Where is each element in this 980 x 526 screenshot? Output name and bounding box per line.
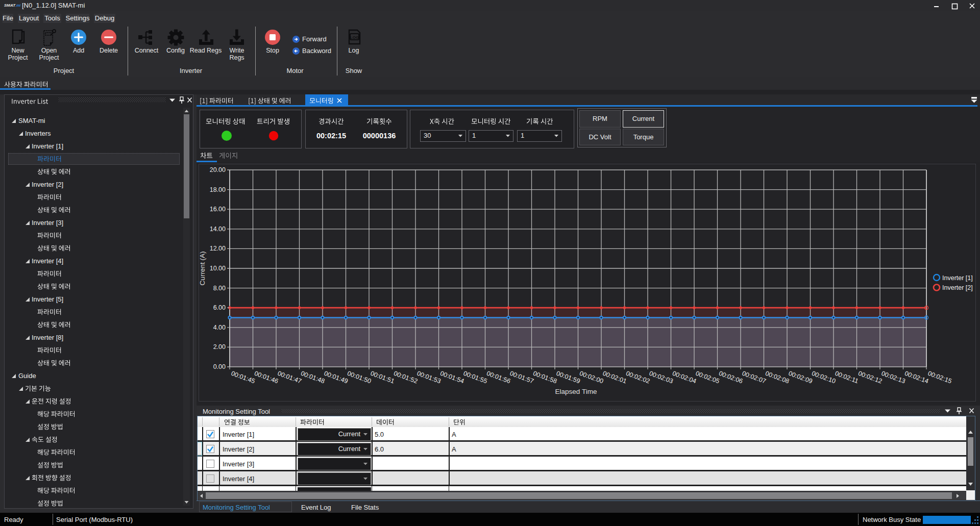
svg-text:Elapsed Time: Elapsed Time	[555, 388, 597, 395]
svg-text:LOG: LOG	[350, 35, 359, 40]
svg-text:00:01:47: 00:01:47	[277, 370, 303, 385]
svg-text:00:01:51: 00:01:51	[370, 370, 396, 385]
svg-text:00:02:14: 00:02:14	[903, 370, 929, 385]
svg-text:00:01:54: 00:01:54	[439, 370, 465, 385]
svg-text:00:02:12: 00:02:12	[857, 370, 883, 385]
svg-text:00:02:01: 00:02:01	[602, 370, 628, 385]
svg-text:Inverter [2]: Inverter [2]	[942, 284, 973, 291]
svg-text:00:01:46: 00:01:46	[253, 370, 279, 385]
svg-text:0.00: 0.00	[213, 363, 226, 370]
svg-text:Inverter [1]: Inverter [1]	[942, 274, 973, 282]
svg-text:00:02:08: 00:02:08	[764, 370, 790, 385]
svg-text:00:02:15: 00:02:15	[927, 370, 953, 385]
svg-text:00:02:05: 00:02:05	[695, 370, 721, 385]
svg-text:Current (A): Current (A)	[199, 252, 206, 286]
svg-text:00:01:56: 00:01:56	[485, 370, 511, 385]
svg-text:8.00: 8.00	[213, 285, 226, 292]
svg-text:00:02:04: 00:02:04	[671, 370, 697, 385]
svg-text:00:02:10: 00:02:10	[811, 370, 837, 385]
svg-text:00:02:00: 00:02:00	[578, 370, 604, 385]
svg-text:00:02:09: 00:02:09	[788, 370, 814, 385]
svg-text:00:01:49: 00:01:49	[323, 370, 349, 385]
svg-text:00:01:52: 00:01:52	[393, 370, 419, 385]
svg-text:6.00: 6.00	[213, 304, 226, 311]
svg-text:16.00: 16.00	[210, 206, 226, 213]
svg-text:10.00: 10.00	[210, 265, 226, 272]
svg-text:18.00: 18.00	[210, 186, 226, 193]
svg-text:00:01:45: 00:01:45	[230, 370, 256, 385]
svg-text:00:01:50: 00:01:50	[346, 370, 372, 385]
svg-text:2.00: 2.00	[213, 343, 226, 350]
svg-text:00:02:03: 00:02:03	[648, 370, 674, 385]
svg-text:00:02:07: 00:02:07	[741, 370, 767, 385]
svg-text:00:01:48: 00:01:48	[300, 370, 326, 385]
svg-text:00:02:13: 00:02:13	[880, 370, 906, 385]
svg-text:00:02:11: 00:02:11	[834, 370, 860, 385]
svg-text:4.00: 4.00	[213, 324, 226, 331]
svg-text:12.00: 12.00	[210, 245, 226, 252]
svg-text:00:01:53: 00:01:53	[416, 370, 442, 385]
svg-text:00:02:06: 00:02:06	[718, 370, 744, 385]
svg-text:14.00: 14.00	[210, 226, 226, 233]
svg-text:00:01:55: 00:01:55	[462, 370, 488, 385]
svg-text:00:01:57: 00:01:57	[509, 370, 535, 385]
svg-text:00:02:02: 00:02:02	[625, 370, 651, 385]
svg-text:00:01:58: 00:01:58	[532, 370, 558, 385]
svg-text:00:01:59: 00:01:59	[555, 370, 581, 385]
svg-text:20.00: 20.00	[210, 166, 226, 173]
